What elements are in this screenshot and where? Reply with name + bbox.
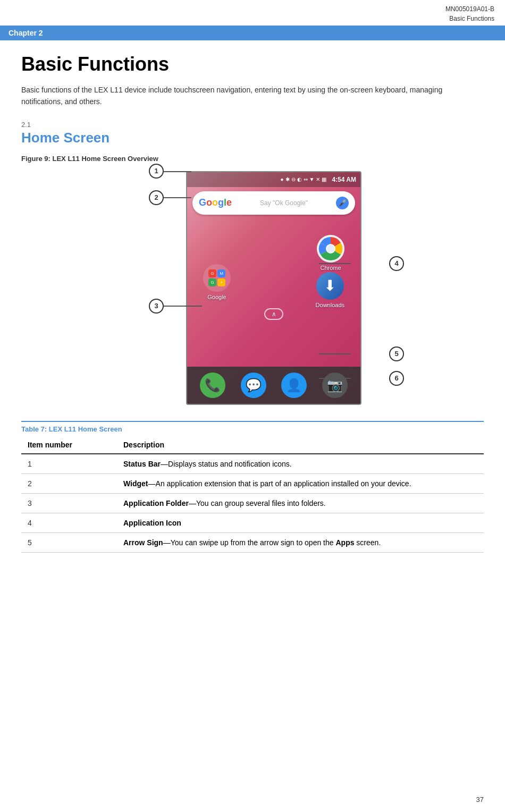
callout-3: 3	[149, 299, 164, 314]
table-row: 4 Application Icon	[21, 513, 484, 532]
table-row: 5 Arrow Sign—You can swipe up from the a…	[21, 532, 484, 552]
google-logo: Google	[199, 197, 232, 208]
chrome-svg	[317, 235, 344, 263]
item-desc-2: Widget—An application extension that is …	[117, 473, 484, 493]
desc-bold-4: Application Icon	[123, 519, 181, 527]
table-header-row: Item number Description	[21, 436, 484, 454]
item-desc-5: Arrow Sign—You can swipe up from the arr…	[117, 532, 484, 552]
app-icons-area: Chrome ⬇ Downloads G	[187, 219, 360, 357]
status-icons: ●✱⊖◐⇔▼✕▦	[280, 176, 326, 182]
callout-5: 5	[389, 346, 404, 361]
figure-container: 1 2 3 4 5	[21, 171, 484, 405]
header-line2: Basic Functions	[11, 14, 494, 23]
google-widget[interactable]: Google Say "Ok Google" 🎤	[192, 191, 355, 215]
intro-text: Basic functions of the LEX L11 device in…	[21, 84, 484, 108]
downloads-icon-container[interactable]: ⬇ Downloads	[316, 272, 344, 308]
col-header-item: Item number	[21, 436, 117, 454]
header-line1: MN005019A01-B	[11, 4, 494, 14]
callout-4: 4	[389, 256, 404, 271]
table-row: 1 Status Bar—Displays status and notific…	[21, 454, 484, 474]
folder-app-4: +	[217, 278, 225, 286]
table-row: 3 Application Folder—You can group sever…	[21, 493, 484, 513]
section-number: 2.1	[21, 121, 484, 129]
page-number: 37	[476, 796, 484, 803]
item-number-3: 3	[21, 493, 117, 513]
phone-screen: ●✱⊖◐⇔▼✕▦ 4:54 AM Google Say "Ok Google" …	[186, 171, 361, 405]
item-desc-1: Status Bar—Displays status and notificat…	[117, 454, 484, 474]
table-row: 2 Widget—An application extension that i…	[21, 473, 484, 493]
phone-wrapper: 1 2 3 4 5	[186, 171, 361, 405]
folder-app-1: G	[208, 269, 216, 277]
dock-contacts-icon[interactable]: 👤	[281, 373, 307, 398]
folder-inner: G M G +	[208, 269, 225, 286]
arrow-up-button[interactable]: ∧	[264, 308, 283, 320]
folder-circle: G M G +	[203, 264, 231, 292]
folder-app-2: M	[217, 269, 225, 277]
callout-1: 1	[149, 164, 164, 179]
svg-point-3	[327, 245, 334, 252]
section-title: Home Screen	[21, 130, 484, 146]
item-number-1: 1	[21, 454, 117, 474]
dock-camera-icon[interactable]: 📷	[322, 373, 348, 398]
desc-bold-2: Widget	[123, 479, 148, 488]
col-header-desc: Description	[117, 436, 484, 454]
doc-header: MN005019A01-B Basic Functions	[0, 0, 505, 26]
downloads-label: Downloads	[316, 302, 344, 308]
data-table: Item number Description 1 Status Bar—Dis…	[21, 436, 484, 553]
status-time: 4:54 AM	[332, 176, 356, 183]
table-title: Table 7: LEX L11 Home Screen	[21, 421, 484, 433]
callout-6: 6	[389, 371, 404, 386]
chrome-icon-container[interactable]: Chrome	[317, 235, 344, 271]
item-desc-4: Application Icon	[117, 513, 484, 532]
item-number-2: 2	[21, 473, 117, 493]
google-prompt: Say "Ok Google"	[232, 199, 336, 207]
desc-bold-1: Status Bar	[123, 460, 161, 468]
chapter-banner: Chapter 2	[0, 26, 505, 40]
google-folder-container[interactable]: G M G + Google	[203, 264, 231, 300]
callout-2: 2	[149, 190, 164, 205]
desc-bold-3: Application Folder	[123, 499, 189, 508]
folder-label: Google	[207, 294, 226, 300]
chapter-label: Chapter 2	[9, 29, 43, 37]
phone-status-bar: ●✱⊖◐⇔▼✕▦ 4:54 AM	[187, 172, 360, 187]
downloads-circle: ⬇	[316, 272, 344, 300]
main-content: Basic Functions Basic functions of the L…	[0, 53, 505, 574]
desc-bold-5: Arrow Sign	[123, 538, 163, 547]
item-number-5: 5	[21, 532, 117, 552]
phone-dock: 📞 💬 👤 📷	[187, 367, 360, 404]
figure-caption: Figure 9: LEX L11 Home Screen Overview	[21, 155, 484, 163]
page-title: Basic Functions	[21, 53, 484, 75]
chrome-label: Chrome	[320, 265, 341, 271]
dock-phone-icon[interactable]: 📞	[200, 373, 225, 398]
item-number-4: 4	[21, 513, 117, 532]
arrow-sign-bar[interactable]: ∧	[187, 308, 360, 320]
folder-app-3: G	[208, 278, 216, 286]
mic-icon[interactable]: 🎤	[336, 197, 349, 209]
dock-message-icon[interactable]: 💬	[241, 373, 266, 398]
item-desc-3: Application Folder—You can group several…	[117, 493, 484, 513]
